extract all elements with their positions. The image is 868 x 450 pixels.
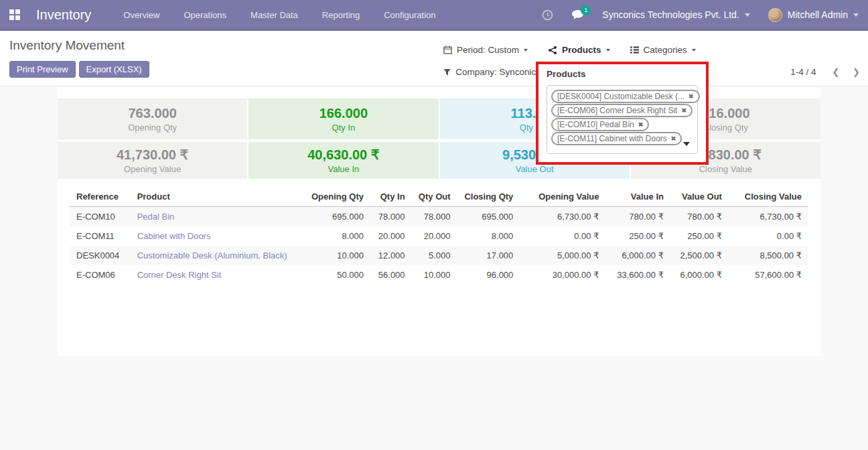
products-filter-label: Products [562,45,601,55]
product-tag[interactable]: [E-COM06] Corner Desk Right Sit✖ [551,104,693,117]
pager-previous-icon[interactable]: ❮ [832,67,839,77]
kpi-qty-in: 166.000 Qty In [248,98,438,139]
cell-value-in: 780.00 ₹ [605,207,670,227]
remove-tag-icon[interactable]: ✖ [638,119,644,130]
products-popup-title: Products [547,69,698,79]
cell-closing-value: 0.00 ₹ [729,226,808,246]
table-row: E-COM11 Cabinet with Doors 8.000 20.000 … [70,226,808,246]
table-header-row: Reference Product Opening Qty Qty In Qty… [70,186,808,207]
product-tag-label: [DESK0004] Customizable Desk (... [557,91,684,102]
cell-opening-value: 30,000.00 ₹ [520,265,605,285]
dropdown-caret-icon[interactable] [683,142,690,146]
content-area: 763.000 Opening Qty 166.000 Qty In 113.0… [0,87,868,450]
app-title[interactable]: Inventory [36,7,91,23]
message-count-badge: 1 [581,5,591,15]
product-tag-label: [E-COM06] Corner Desk Right Sit [557,105,677,116]
cell-opening-value: 5,000.00 ₹ [520,246,605,265]
kpi-value: 41,730.00 ₹ [117,147,188,162]
kpi-value-in: 40,630.00 ₹ Value In [248,142,438,179]
remove-tag-icon[interactable]: ✖ [671,133,676,144]
menu-overview[interactable]: Overview [122,7,161,23]
remove-tag-icon[interactable]: ✖ [681,105,686,116]
filter-funnel-icon [443,68,451,76]
col-qty-out: Qty Out [412,186,457,207]
top-navbar: Inventory Overview Operations Master Dat… [0,0,868,31]
export-xlsx-button[interactable]: Export (XLSX) [79,61,149,78]
cell-opening-value: 0.00 ₹ [520,226,605,246]
col-value-out: Value Out [670,186,729,207]
kpi-opening-value: 41,730.00 ₹ Opening Value [58,142,247,179]
nav-menus: Overview Operations Master Data Reportin… [122,7,437,23]
categories-filter-label: Categories [644,45,687,55]
cell-value-out: 250.00 ₹ [670,226,729,246]
product-link[interactable]: Corner Desk Right Sit [137,270,222,280]
cell-opening-qty: 8.000 [294,226,370,246]
col-product: Product [131,186,294,207]
product-tag-label: [E-COM11] Cabinet with Doors [557,133,667,144]
pager-range[interactable]: 1-4 / 4 [790,67,816,77]
activities-clock-icon[interactable] [542,9,553,21]
menu-operations[interactable]: Operations [182,7,228,23]
cell-closing-value: 6,730.00 ₹ [729,207,808,227]
cell-closing-value: 8,500.00 ₹ [729,246,808,265]
cell-reference: E-COM11 [70,226,131,246]
kpi-value: 816.000 [701,106,749,121]
user-menu[interactable]: Mitchell Admin [768,8,859,22]
cell-closing-qty: 96.000 [457,265,520,285]
cell-reference: E-COM10 [70,207,131,227]
product-tag[interactable]: [E-COM10] Pedal Bin✖ [551,118,649,131]
cell-closing-value: 57,600.00 ₹ [729,265,808,285]
cell-closing-qty: 17.000 [457,246,520,265]
cell-qty-in: 12.000 [370,246,412,265]
cell-reference: E-COM06 [70,265,131,285]
remove-tag-icon[interactable]: ✖ [689,91,694,102]
cell-value-in: 250.00 ₹ [605,226,670,246]
messages-icon[interactable]: 1 [571,9,584,21]
categories-filter-dropdown[interactable]: Categories [630,45,696,55]
avatar [768,8,782,22]
period-filter-dropdown[interactable]: Period: Custom [443,45,528,55]
product-tag[interactable]: [E-COM11] Cabinet with Doors✖ [551,132,682,145]
product-tag[interactable]: [DESK0004] Customizable Desk (...✖ [551,90,700,103]
kpi-label: Opening Value [124,164,181,174]
table-row: DESK0004 Customizable Desk (Aluminium, B… [70,246,808,265]
pager-next-icon[interactable]: ❯ [853,67,860,77]
page-title: Inventory Movement [9,38,125,53]
col-opening-value: Opening Value [520,186,605,207]
company-switcher[interactable]: Synconics Technologies Pvt. Ltd. [602,9,749,20]
apps-grid-icon[interactable] [9,9,20,20]
menu-configuration[interactable]: Configuration [382,7,437,23]
company-switcher-label: Synconics Technologies Pvt. Ltd. [602,9,739,20]
period-filter-label: Period: Custom [457,45,519,55]
cell-value-in: 6,000.00 ₹ [605,246,670,265]
cell-reference: DESK0004 [70,246,131,265]
share-nodes-icon [548,46,557,55]
kpi-label: Closing Qty [703,123,748,133]
product-link[interactable]: Cabinet with Doors [137,231,211,241]
product-link[interactable]: Pedal Bin [137,212,175,222]
menu-master-data[interactable]: Master Data [249,7,299,23]
kpi-value: 40,630.00 ₹ [307,147,379,162]
products-filter-dropdown[interactable]: Products [548,45,610,55]
print-preview-button[interactable]: Print Preview [9,61,76,78]
company-filter-facet[interactable]: Company: Synconics [443,67,540,77]
products-multiselect-input[interactable]: [DESK0004] Customizable Desk (...✖ [E-CO… [547,85,698,154]
cell-opening-value: 6,730.00 ₹ [520,207,605,227]
movement-table: Reference Product Opening Qty Qty In Qty… [70,186,808,285]
cell-qty-out: 20.000 [412,226,457,246]
list-icon [630,46,639,54]
cell-qty-in: 78.000 [370,207,412,227]
cell-qty-out: 5.000 [412,246,457,265]
filters-row: Period: Custom Products Categories [443,45,696,55]
cell-qty-out: 78.000 [412,207,457,227]
calendar-icon [443,46,452,54]
chevron-down-icon [692,49,696,52]
control-panel: Inventory Movement Print Preview Export … [0,31,868,86]
cell-opening-qty: 10.000 [294,246,370,265]
col-closing-value: Closing Value [729,186,808,207]
products-filter-popup: Products [DESK0004] Customizable Desk (.… [536,62,709,165]
product-link[interactable]: Customizable Desk (Aluminium, Black) [137,250,287,260]
cell-value-out: 6,000.00 ₹ [670,265,729,285]
kpi-label: Value In [328,164,360,174]
menu-reporting[interactable]: Reporting [321,7,361,23]
